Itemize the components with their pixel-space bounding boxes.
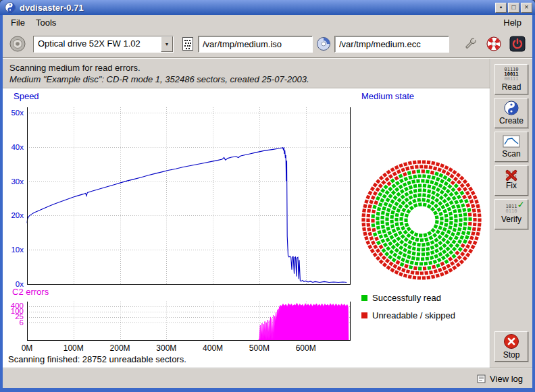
stop-button[interactable]: Stop: [494, 331, 528, 362]
close-icon: ×: [525, 4, 529, 11]
svg-text:500M: 500M: [249, 343, 270, 353]
read-label: Read: [502, 82, 521, 92]
create-label: Create: [499, 116, 524, 125]
read-button[interactable]: 01110 10011 00111 Read: [494, 64, 528, 94]
medium-state-title: Medium state: [361, 91, 414, 101]
svg-text:30x: 30x: [11, 177, 24, 186]
maximize-icon: □: [511, 4, 515, 11]
drive-select-value: Optical drive 52X FW 1.02: [34, 36, 161, 52]
drive-icon: [9, 35, 26, 53]
help-button[interactable]: [484, 34, 504, 54]
status-line2: Medium "Example disc": CD-R mode 1, 3524…: [9, 74, 483, 85]
svg-text:0x: 0x: [16, 280, 24, 288]
bottom-bar: View log: [3, 369, 532, 388]
main-area: Scanning medium for read errors. Medium …: [3, 59, 532, 368]
dropdown-arrow-icon[interactable]: ▼: [161, 36, 173, 52]
ecc-file-icon: [316, 36, 331, 51]
menu-help[interactable]: Help: [498, 16, 527, 29]
verify-icon: 1011 0110 ✓: [506, 204, 517, 214]
log-icon: [477, 374, 486, 383]
svg-text:6: 6: [20, 318, 24, 327]
svg-text:10x: 10x: [11, 246, 24, 254]
minimize-button[interactable]: ▪: [495, 3, 507, 13]
action-sidebar: 01110 10011 00111 Read Create: [490, 59, 532, 368]
stop-icon: [503, 333, 519, 349]
image-file-icon: [181, 36, 195, 51]
toolbar: Optical drive 52X FW 1.02 ▼: [3, 30, 532, 57]
svg-text:400M: 400M: [203, 343, 223, 353]
svg-text:20x: 20x: [11, 211, 24, 219]
read-icon: 01110 10011 00111: [504, 67, 518, 82]
scan-icon: [503, 135, 520, 148]
chart-panel: Speed Medium state C2 errors 0M100M200M3…: [3, 88, 490, 368]
menu-file[interactable]: File: [5, 16, 30, 29]
menubar: File Tools Help: [3, 15, 532, 30]
status-line1: Scanning medium for read errors.: [9, 62, 483, 74]
menu-tools[interactable]: Tools: [30, 16, 61, 29]
unreadable-swatch: [361, 312, 367, 318]
read-ok-swatch: [361, 295, 367, 301]
legend-item-read: Successfully read: [361, 293, 455, 303]
app-icon: [5, 2, 16, 13]
left-column: Scanning medium for read errors. Medium …: [3, 59, 490, 368]
scan-button[interactable]: Scan: [494, 132, 528, 162]
window-controls: ▪ □ ×: [495, 3, 532, 13]
svg-text:300M: 300M: [156, 343, 176, 353]
maximize-button[interactable]: □: [508, 3, 519, 13]
svg-text:200M: 200M: [110, 343, 130, 353]
check-icon: ✓: [517, 202, 524, 207]
svg-text:0M: 0M: [22, 343, 33, 353]
status-area: Scanning medium for read errors. Medium …: [3, 59, 490, 88]
legend: Successfully read Unreadable / skipped: [361, 293, 455, 328]
quit-button[interactable]: [507, 34, 528, 54]
wrench-icon: [462, 36, 478, 52]
titlebar[interactable]: dvdisaster-0.71 ▪ □ ×: [0, 0, 535, 15]
window-title: dvdisaster-0.71: [20, 3, 495, 13]
view-log-label: View log: [490, 374, 523, 384]
power-icon: [509, 36, 526, 52]
create-icon: [504, 101, 519, 115]
preferences-button[interactable]: [460, 34, 480, 54]
svg-text:40x: 40x: [11, 143, 24, 151]
verify-label: Verify: [501, 215, 521, 224]
speed-c2-plots: 0M100M200M300M400M500M600M0x10x20x30x40x…: [3, 88, 354, 358]
medium-state-disc: [355, 153, 488, 287]
close-button[interactable]: ×: [521, 3, 532, 13]
fix-button[interactable]: 0111 1001 Fix: [494, 165, 528, 196]
svg-text:50x: 50x: [11, 109, 24, 117]
stop-label: Stop: [503, 350, 520, 360]
svg-text:600M: 600M: [296, 343, 316, 353]
window-content: File Tools Help Optical drive 52X FW 1.0…: [3, 15, 532, 388]
scan-label: Scan: [502, 149, 520, 159]
ecc-path-input[interactable]: [334, 36, 449, 53]
create-button[interactable]: Create: [494, 98, 528, 128]
drive-button[interactable]: [7, 34, 28, 54]
legend-label-read: Successfully read: [372, 293, 441, 303]
drive-select[interactable]: Optical drive 52X FW 1.02 ▼: [33, 36, 174, 53]
verify-button[interactable]: 1011 0110 ✓ Verify: [494, 199, 528, 229]
minimize-icon: ▪: [500, 4, 503, 11]
app-window: dvdisaster-0.71 ▪ □ × File Tools Help Op…: [0, 0, 535, 392]
iso-path-input[interactable]: [198, 36, 313, 53]
svg-text:100M: 100M: [63, 343, 84, 353]
legend-label-unreadable: Unreadable / skipped: [372, 310, 455, 320]
view-log-button[interactable]: View log: [473, 372, 527, 385]
legend-item-unreadable: Unreadable / skipped: [361, 310, 455, 320]
fix-icon: 0111 1001: [506, 171, 517, 180]
scan-result-text: Scanning finished: 28752 unreadable sect…: [8, 354, 186, 364]
lifesaver-icon: [486, 36, 502, 52]
